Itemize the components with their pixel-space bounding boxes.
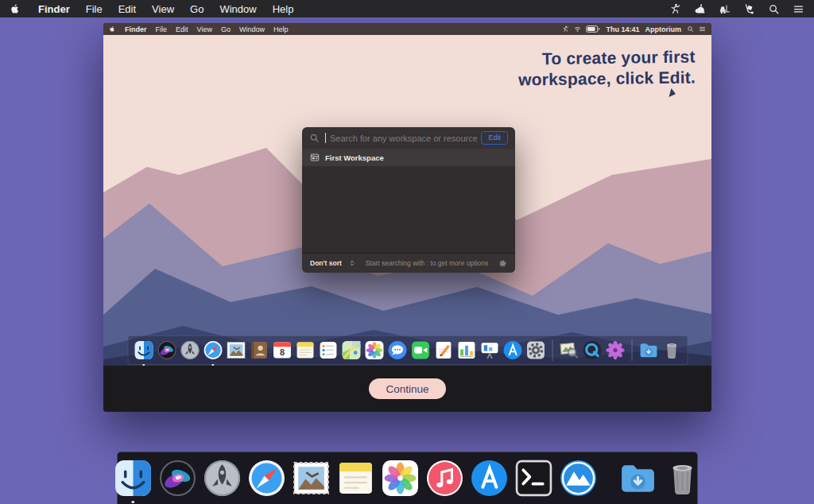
edit-button: Edit bbox=[481, 131, 508, 145]
search-icon bbox=[309, 133, 320, 143]
apple-menu-icon[interactable] bbox=[10, 3, 21, 14]
pages-icon bbox=[433, 340, 453, 360]
trash-icon bbox=[661, 340, 681, 360]
downloads-icon[interactable] bbox=[618, 459, 657, 498]
palette-results-area bbox=[302, 166, 515, 253]
sysprefs-icon bbox=[525, 340, 545, 360]
screenshot-menu-bar: Finder File Edit View Go Window Help Thu… bbox=[103, 23, 711, 35]
search-result-label: First Workspace bbox=[325, 153, 384, 162]
menu-view[interactable]: View bbox=[144, 3, 182, 15]
dock-separator bbox=[631, 339, 632, 361]
finder-icon bbox=[134, 340, 153, 360]
notes-icon bbox=[295, 340, 315, 360]
search-hint: Start searching with : to get more optio… bbox=[355, 259, 498, 267]
search-input: Search for any workspace or resource bbox=[330, 134, 477, 143]
menu-edit: Edit bbox=[172, 25, 193, 33]
continue-button[interactable]: Continue bbox=[369, 378, 446, 399]
sort-selector: Don't sort bbox=[310, 259, 342, 267]
palette-search-row: Search for any workspace or resource Edi… bbox=[302, 127, 515, 149]
menu-finder: Finder bbox=[121, 25, 152, 33]
annotation-arrow-icon bbox=[668, 87, 676, 98]
siri-icon[interactable] bbox=[158, 459, 197, 498]
menu-bar-clock: Thu 14:41 bbox=[606, 25, 639, 33]
menu-help: Help bbox=[269, 25, 293, 33]
quicktime-icon bbox=[582, 340, 602, 360]
photos-icon[interactable] bbox=[381, 459, 420, 498]
climber-icon bbox=[562, 25, 569, 33]
wifi-icon bbox=[574, 25, 581, 33]
safari-icon bbox=[203, 340, 223, 360]
menu-bar-app-name: Apptorium bbox=[645, 25, 682, 33]
appstore-icon[interactable] bbox=[470, 459, 509, 498]
screenshot-status-area: Thu 14:41 Apptorium bbox=[562, 25, 706, 33]
workspace-icon bbox=[310, 153, 320, 162]
maps-icon bbox=[341, 340, 361, 360]
menu-help[interactable]: Help bbox=[265, 3, 302, 15]
svg-text:8: 8 bbox=[279, 347, 284, 357]
itunes-icon[interactable] bbox=[425, 459, 464, 498]
annotation-line-2: workspace, click Edit. bbox=[518, 67, 696, 90]
menu-window[interactable]: Window bbox=[211, 3, 264, 15]
dock-separator bbox=[552, 339, 552, 361]
apptorium-icon[interactable] bbox=[559, 459, 598, 498]
climber-icon[interactable] bbox=[669, 3, 681, 15]
menu-file: File bbox=[151, 25, 172, 33]
handtruck-icon[interactable] bbox=[743, 3, 755, 15]
contacts-icon bbox=[249, 340, 269, 360]
launchpad-icon bbox=[180, 340, 200, 360]
keynote-icon bbox=[479, 340, 499, 360]
mail-icon[interactable] bbox=[292, 459, 331, 498]
menu-items: Finder File Edit View Go Window Help bbox=[30, 3, 301, 15]
search-icon bbox=[687, 25, 694, 33]
menu-finder[interactable]: Finder bbox=[30, 3, 78, 15]
rabbit-icon[interactable] bbox=[694, 3, 706, 15]
menu-go[interactable]: Go bbox=[182, 3, 211, 15]
downloads-icon bbox=[638, 340, 658, 360]
preview-icon bbox=[559, 340, 579, 360]
screenshot-trailing-icons bbox=[687, 25, 706, 33]
siri-icon bbox=[157, 340, 176, 360]
tutorial-footer: Continue bbox=[103, 366, 711, 412]
forklift-icon[interactable] bbox=[719, 3, 731, 15]
calendar-icon: 8 bbox=[272, 340, 292, 360]
terminal-icon[interactable] bbox=[514, 459, 553, 498]
apple-menu-icon bbox=[109, 25, 116, 33]
menu-window: Window bbox=[235, 25, 269, 33]
menu-bar: Finder File Edit View Go Window Help bbox=[0, 0, 814, 17]
photos-icon bbox=[364, 340, 384, 360]
trash-icon[interactable] bbox=[663, 459, 702, 498]
palette-footer: Don't sort Start searching with : to get… bbox=[302, 253, 515, 273]
annotation-line-1: To create your first bbox=[518, 46, 696, 69]
search-result-row: First Workspace bbox=[302, 149, 515, 166]
search-icon[interactable] bbox=[768, 3, 780, 15]
battery-icon bbox=[586, 25, 600, 33]
annotation-text: To create your first workspace, click Ed… bbox=[518, 46, 696, 89]
sort-chevrons-icon bbox=[349, 260, 355, 266]
menu-view: View bbox=[192, 25, 216, 33]
screenshot-status-icons bbox=[562, 25, 600, 33]
running-indicator bbox=[131, 501, 134, 504]
appstore-icon bbox=[502, 340, 522, 360]
screenshot-menu-items: Finder File Edit View Go Window Help bbox=[121, 25, 293, 33]
reminders-icon bbox=[318, 340, 338, 360]
text-caret bbox=[325, 133, 326, 143]
menulist-icon[interactable] bbox=[793, 3, 804, 15]
dock bbox=[117, 452, 698, 504]
safari-icon[interactable] bbox=[247, 459, 286, 498]
mail-icon bbox=[226, 340, 246, 360]
numbers-icon bbox=[456, 340, 476, 360]
menu-bar-status-icons bbox=[669, 3, 804, 15]
launchpad-icon[interactable] bbox=[203, 459, 242, 498]
flower-icon bbox=[605, 340, 625, 360]
menu-go: Go bbox=[216, 25, 235, 33]
notes-icon[interactable] bbox=[336, 459, 375, 498]
finder-icon[interactable] bbox=[114, 459, 153, 498]
menu-file[interactable]: File bbox=[78, 3, 110, 15]
search-palette: Search for any workspace or resource Edi… bbox=[302, 127, 515, 273]
facetime-icon bbox=[410, 340, 430, 360]
messages-icon bbox=[387, 340, 407, 360]
tutorial-window: Finder File Edit View Go Window Help Thu… bbox=[103, 23, 711, 412]
screenshot-dock: 8 bbox=[127, 335, 688, 365]
menu-edit[interactable]: Edit bbox=[110, 3, 144, 15]
gear-icon bbox=[498, 259, 507, 268]
